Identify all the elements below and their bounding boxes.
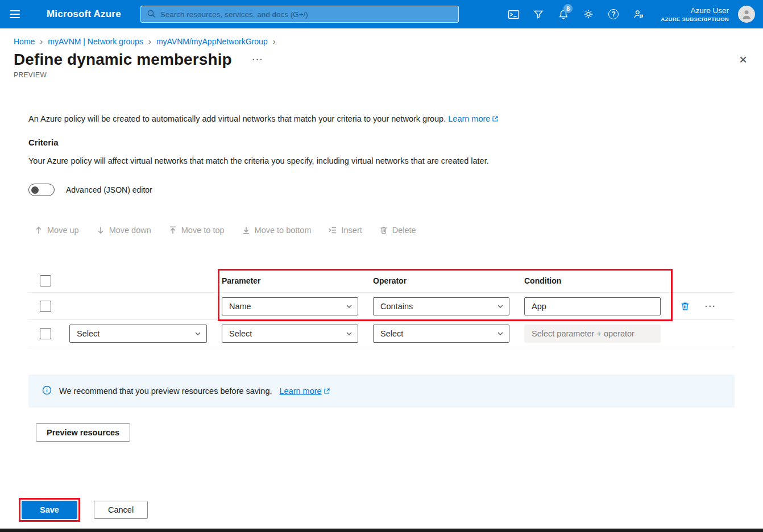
intro-text: An Azure policy will be created to autom… xyxy=(28,114,735,124)
toggle-knob xyxy=(31,186,39,194)
settings-button[interactable] xyxy=(578,3,599,25)
screen-bottom-edge xyxy=(0,529,763,532)
advanced-editor-toggle-row: Advanced (JSON) editor xyxy=(28,184,735,196)
breadcrumb-network-groups[interactable]: myAVNM | Network groups xyxy=(48,37,143,46)
breadcrumb-separator: › xyxy=(148,36,151,46)
header-operator: Operator xyxy=(373,276,509,285)
row-checkbox[interactable] xyxy=(40,301,51,312)
chevron-down-icon xyxy=(497,303,504,310)
select-all-checkbox[interactable] xyxy=(40,275,51,286)
footer-actions: Save Cancel xyxy=(19,498,148,522)
terminal-icon xyxy=(508,9,520,20)
breadcrumb-separator: › xyxy=(40,36,43,46)
criteria-row-1: Name Contains ··· xyxy=(28,293,735,320)
user-subscription: AZURE SUBSCRIPTIUON xyxy=(661,16,729,23)
search-icon xyxy=(147,9,156,20)
delete-button[interactable]: Delete xyxy=(379,226,416,235)
breadcrumb-separator: › xyxy=(273,36,276,46)
breadcrumb: Home › myAVNM | Network groups › myAVNM/… xyxy=(0,28,763,46)
hamburger-icon xyxy=(10,8,20,20)
condition-input[interactable] xyxy=(524,297,661,315)
preview-badge: PREVIEW xyxy=(0,69,763,79)
arrow-to-top-icon xyxy=(168,226,177,235)
annotation-highlight-save-button: Save xyxy=(19,498,80,522)
cancel-button[interactable]: Cancel xyxy=(94,501,148,519)
criteria-table: Parameter Operator Condition Name Contai… xyxy=(28,269,735,347)
trash-icon xyxy=(680,301,690,311)
save-button[interactable]: Save xyxy=(22,501,77,519)
directory-filter-button[interactable] xyxy=(528,3,549,25)
topbar-actions: 8 ? Azure User AZURE SUBSCRIPTIUON xyxy=(503,3,757,25)
header-condition: Condition xyxy=(524,276,661,285)
chevron-down-icon xyxy=(346,330,353,337)
criteria-table-header: Parameter Operator Condition xyxy=(28,269,735,293)
title-context-menu-button[interactable]: ··· xyxy=(252,55,264,64)
user-name: Azure User xyxy=(661,6,729,16)
operator-dropdown[interactable]: Select xyxy=(373,325,509,343)
breadcrumb-network-group[interactable]: myAVNM/myAppNetworkGroup xyxy=(156,37,268,46)
arrow-to-bottom-icon xyxy=(242,226,251,235)
header-parameter: Parameter xyxy=(222,276,358,285)
info-banner: We recommend that you preview resources … xyxy=(28,375,735,408)
arrow-up-icon xyxy=(34,226,43,235)
breadcrumb-home[interactable]: Home xyxy=(14,37,35,46)
move-down-button[interactable]: Move down xyxy=(96,226,151,235)
banner-learn-more-link[interactable]: Learn more xyxy=(280,386,330,396)
search-input[interactable] xyxy=(160,10,453,19)
row-delete-button[interactable] xyxy=(680,301,690,311)
criteria-heading: Criteria xyxy=(28,138,735,147)
move-to-bottom-button[interactable]: Move to bottom xyxy=(242,226,312,235)
chevron-down-icon xyxy=(194,330,201,337)
criteria-command-bar: Move up Move down Move to top Move to bo… xyxy=(34,226,735,235)
cloud-shell-button[interactable] xyxy=(503,3,524,25)
move-to-top-button[interactable]: Move to top xyxy=(168,226,225,235)
gear-icon xyxy=(583,9,594,20)
criteria-row-2: Select Select Select xyxy=(28,320,735,347)
notifications-button[interactable]: 8 xyxy=(553,3,574,25)
row-more-button[interactable]: ··· xyxy=(705,302,716,311)
chevron-down-icon xyxy=(497,330,504,337)
parameter-dropdown[interactable]: Select xyxy=(222,325,358,343)
content-area: An Azure policy will be created to autom… xyxy=(0,114,763,442)
feedback-person-icon xyxy=(633,9,644,20)
toggle-label: Advanced (JSON) editor xyxy=(66,185,152,194)
user-avatar[interactable] xyxy=(738,6,755,23)
person-icon xyxy=(740,8,753,20)
parameter-dropdown[interactable]: Name xyxy=(222,297,358,315)
notification-count-badge: 8 xyxy=(563,4,573,13)
brand-title: Microsoft Azure xyxy=(47,9,121,20)
external-link-icon xyxy=(324,387,330,396)
hamburger-menu-button[interactable] xyxy=(0,0,30,28)
help-button[interactable]: ? xyxy=(603,3,624,25)
chevron-down-icon xyxy=(346,303,353,310)
banner-text: We recommend that you preview resources … xyxy=(59,386,272,396)
preview-resources-button[interactable]: Preview resources xyxy=(36,423,130,442)
close-blade-button[interactable]: × xyxy=(737,53,749,66)
arrow-down-icon xyxy=(96,226,105,235)
insert-icon xyxy=(328,226,337,235)
account-menu[interactable]: Azure User AZURE SUBSCRIPTIUON xyxy=(661,6,729,23)
insert-button[interactable]: Insert xyxy=(328,226,362,235)
row-checkbox[interactable] xyxy=(40,328,51,339)
criteria-description: Your Azure policy will affect virtual ne… xyxy=(28,156,735,165)
filter-icon xyxy=(533,9,544,20)
trash-icon xyxy=(379,226,388,235)
help-icon: ? xyxy=(608,9,619,19)
logical-operator-dropdown[interactable]: Select xyxy=(69,325,207,343)
intro-learn-more-link[interactable]: Learn more xyxy=(448,114,499,123)
info-icon xyxy=(42,385,52,397)
top-bar: Microsoft Azure 8 ? xyxy=(0,0,763,28)
advanced-json-editor-toggle[interactable] xyxy=(28,184,55,196)
azure-portal-page: Microsoft Azure 8 ? xyxy=(0,0,763,532)
move-up-button[interactable]: Move up xyxy=(34,226,79,235)
external-link-icon xyxy=(492,115,499,124)
title-row: Define dynamic membership ··· × xyxy=(0,46,763,69)
condition-input-disabled xyxy=(524,325,661,343)
operator-dropdown[interactable]: Contains xyxy=(373,297,509,315)
global-search[interactable] xyxy=(140,6,459,23)
page-title: Define dynamic membership xyxy=(14,51,232,69)
feedback-button[interactable] xyxy=(628,3,649,25)
